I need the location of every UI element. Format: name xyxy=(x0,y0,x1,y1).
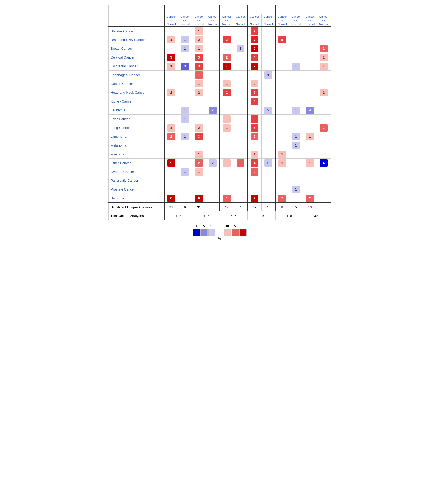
data-cell: 1 xyxy=(317,44,331,53)
data-cell xyxy=(317,97,331,106)
data-cell xyxy=(164,71,178,79)
data-cell xyxy=(234,106,248,115)
legend-box-blue-light xyxy=(208,229,215,236)
data-cell: 1 xyxy=(289,185,303,194)
legend-label-5: 5 xyxy=(200,224,208,228)
data-cell xyxy=(261,176,275,185)
data-cell xyxy=(206,35,220,44)
data-cell xyxy=(220,97,234,106)
data-cell: 7 xyxy=(220,62,234,71)
cancer-row: Breast Cancer11191 xyxy=(108,44,331,53)
cell-value: 1 xyxy=(195,80,203,87)
smc5-sub1: Cancervs.Normal xyxy=(275,14,289,27)
cell-value: 1 xyxy=(251,151,258,158)
data-cell xyxy=(234,176,248,185)
cancer-name: Myeloma xyxy=(108,150,164,159)
data-cell: 2 xyxy=(261,159,275,167)
data-cell xyxy=(317,106,331,115)
cell-value: 2 xyxy=(306,195,314,202)
data-cell xyxy=(289,27,303,35)
data-cell: 1 xyxy=(220,79,234,88)
cell-value: 9 xyxy=(195,195,203,202)
data-cell xyxy=(303,79,317,88)
cell-value: 1 xyxy=(195,168,203,176)
data-cell xyxy=(289,194,303,203)
cell-value: 1 xyxy=(181,107,189,114)
cell-value: 1 xyxy=(237,45,244,52)
data-cell xyxy=(289,88,303,97)
sig-row: Significant Unique Analyses2393141746758… xyxy=(108,203,331,211)
data-cell: 1 xyxy=(261,71,275,79)
data-cell xyxy=(234,115,248,123)
data-cell xyxy=(234,132,248,141)
data-cell xyxy=(261,194,275,203)
cell-value: 2 xyxy=(195,89,203,96)
cell-value: 1 xyxy=(264,71,272,79)
data-cell: 1 xyxy=(220,88,234,97)
data-cell xyxy=(206,71,220,79)
data-cell xyxy=(275,71,289,79)
cell-value: 2 xyxy=(251,27,258,35)
data-cell: 1 xyxy=(234,44,248,53)
cancer-name: Leukemia xyxy=(108,106,164,115)
cell-value: 1 xyxy=(278,151,286,158)
cell-value: 3 xyxy=(181,63,189,70)
cancer-name: Pancreatic Cancer xyxy=(108,176,164,185)
data-cell: 1 xyxy=(178,132,192,141)
data-cell: 4 xyxy=(317,159,331,167)
legend-box-red-mid xyxy=(232,229,239,236)
data-cell: 9 xyxy=(164,159,178,167)
legend-label-5r: 5 xyxy=(231,224,239,228)
smc3-sub1: Cancervs.Normal xyxy=(220,14,234,27)
data-cell xyxy=(164,185,178,194)
cell-value: 4 xyxy=(251,98,258,105)
cell-value: 2 xyxy=(320,124,328,132)
data-cell: 5 xyxy=(248,123,262,132)
data-cell xyxy=(164,176,178,185)
legend-box-red-dark xyxy=(239,229,247,236)
legend-label-10r: 10 xyxy=(224,224,231,228)
data-cell xyxy=(206,88,220,97)
data-cell: 9 xyxy=(248,194,262,203)
data-cell xyxy=(234,53,248,62)
cell-value: 1 xyxy=(167,63,175,70)
cancer-name: Sarcoma xyxy=(108,194,164,203)
data-cell xyxy=(220,71,234,79)
data-cell: 9 xyxy=(192,194,206,203)
data-cell xyxy=(220,132,234,141)
cell-value: 4 xyxy=(251,159,258,167)
data-cell xyxy=(220,44,234,53)
data-cell: 2 xyxy=(192,123,206,132)
data-cell xyxy=(178,97,192,106)
cell-value: 2 xyxy=(223,54,231,61)
data-cell xyxy=(261,27,275,35)
cell-value: 5 xyxy=(251,124,258,132)
smc2-header xyxy=(192,5,220,14)
data-cell: 3 xyxy=(192,53,206,62)
data-cell xyxy=(317,27,331,35)
data-cell: 2 xyxy=(220,35,234,44)
left-arrow: ← xyxy=(204,237,207,240)
legend: 1 5 10 10 5 1 ← % → xyxy=(108,224,331,240)
data-cell xyxy=(248,185,262,194)
cancer-name: Esophageal Cancer xyxy=(108,71,164,79)
data-cell xyxy=(234,97,248,106)
cancer-name: Colorectal Cancer xyxy=(108,62,164,71)
data-cell xyxy=(164,106,178,115)
data-cell: 1 xyxy=(178,167,192,176)
sig-value: 23 xyxy=(164,203,178,211)
cell-value: 1 xyxy=(181,168,189,176)
data-cell: 1 xyxy=(220,115,234,123)
data-cell xyxy=(289,150,303,159)
data-cell xyxy=(261,132,275,141)
cancer-row: Kidney Cancer4 xyxy=(108,97,331,106)
data-cell xyxy=(289,71,303,79)
data-cell xyxy=(178,185,192,194)
main-table: Cancervs.Normal Cancervs.Normal Cancervs… xyxy=(108,5,331,220)
cell-value: 1 xyxy=(292,186,300,193)
data-cell xyxy=(317,167,331,176)
data-cell: 1 xyxy=(164,88,178,97)
data-cell xyxy=(164,167,178,176)
data-cell: 3 xyxy=(192,62,206,71)
data-cell xyxy=(206,141,220,150)
